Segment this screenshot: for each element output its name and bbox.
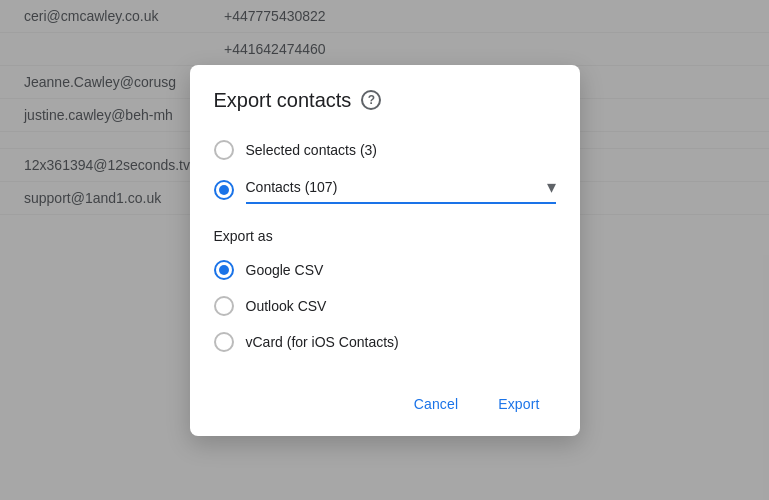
radio-option-vcard[interactable]: vCard (for iOS Contacts)	[214, 324, 556, 360]
dialog-header: Export contacts ?	[214, 89, 556, 112]
radio-option-outlook-csv[interactable]: Outlook CSV	[214, 288, 556, 324]
contacts-dropdown-container[interactable]: Contacts (107) ▾	[246, 176, 556, 204]
radio-vcard-input[interactable]	[214, 332, 234, 352]
radio-selected-contacts-label: Selected contacts (3)	[246, 142, 378, 158]
export-as-section: Export as Google CSV Outlook CSV	[214, 228, 556, 360]
radio-contacts-inner	[219, 185, 229, 195]
radio-outlook-csv-label: Outlook CSV	[246, 298, 327, 314]
radio-contacts-input[interactable]	[214, 180, 234, 200]
dropdown-arrow-icon[interactable]: ▾	[547, 176, 556, 198]
modal-overlay: Export contacts ? Selected contacts (3) …	[0, 0, 769, 500]
radio-option-contacts[interactable]: Contacts (107) ▾	[214, 168, 556, 212]
export-format-group: Google CSV Outlook CSV vCard (for iOS Co…	[214, 252, 556, 360]
radio-google-csv-input[interactable]	[214, 260, 234, 280]
export-contacts-dialog: Export contacts ? Selected contacts (3) …	[190, 65, 580, 436]
radio-google-csv-inner	[219, 265, 229, 275]
dialog-title: Export contacts	[214, 89, 352, 112]
dialog-actions: Cancel Export	[214, 380, 556, 420]
contacts-dropdown-label: Contacts (107)	[246, 179, 543, 195]
radio-option-google-csv[interactable]: Google CSV	[214, 252, 556, 288]
radio-outlook-csv-input[interactable]	[214, 296, 234, 316]
radio-vcard-label: vCard (for iOS Contacts)	[246, 334, 399, 350]
cancel-button[interactable]: Cancel	[398, 388, 474, 420]
export-as-label: Export as	[214, 228, 556, 244]
radio-selected-contacts-input[interactable]	[214, 140, 234, 160]
radio-google-csv-label: Google CSV	[246, 262, 324, 278]
help-icon[interactable]: ?	[361, 90, 381, 110]
export-button[interactable]: Export	[482, 388, 555, 420]
export-selection-group: Selected contacts (3) Contacts (107) ▾	[214, 132, 556, 212]
radio-option-selected-contacts[interactable]: Selected contacts (3)	[214, 132, 556, 168]
